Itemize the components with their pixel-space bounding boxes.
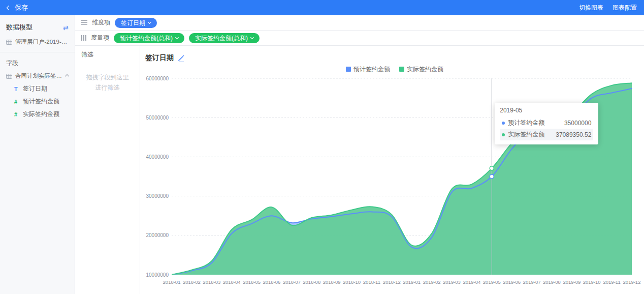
x-tick-label: 2019-12	[623, 279, 641, 285]
y-tick-label: 60000000	[146, 76, 169, 81]
tooltip-title: 2019-05	[500, 107, 593, 114]
filter-placeholder-line1: 拖拽字段到这里	[81, 72, 134, 82]
tooltip-row-actual: 实际签约金额 37089350.52	[500, 129, 593, 140]
chart-title: 签订日期	[145, 53, 174, 63]
field-label: 预计签约金额	[23, 97, 59, 106]
x-tick-label: 2018-11	[363, 279, 380, 285]
legend-label: 实际签约金额	[407, 65, 443, 74]
legend-item-actual[interactable]: 实际签约金额	[399, 65, 443, 74]
lower-area: 筛选 拖拽字段到这里 进行筛选 签订日期	[75, 46, 644, 294]
legend-item-expected[interactable]: 预计签约金额	[346, 65, 390, 74]
tooltip-series-name: 预计签约金额	[508, 119, 544, 127]
dimension-label: 维度项	[92, 18, 110, 27]
x-tick-label: 2018-07	[283, 279, 301, 285]
tooltip-series-name: 实际签约金额	[508, 130, 544, 139]
chevron-down-icon	[250, 36, 254, 39]
legend-swatch-icon	[399, 67, 404, 72]
data-model-item[interactable]: 管理层门户-2019-12-10 …	[0, 36, 75, 48]
topbar-actions: 切换图表 图表配置	[579, 4, 637, 12]
y-tick-label: 50000000	[146, 115, 169, 121]
tooltip-dot-icon	[502, 133, 505, 136]
back-save-button[interactable]: 保存	[7, 3, 28, 12]
x-tick-label: 2019-09	[563, 279, 581, 285]
legend-swatch-icon	[346, 67, 351, 72]
x-tick-label: 2018-06	[263, 279, 281, 285]
sidebar-divider	[0, 52, 75, 52]
measure-label: 度量项	[91, 34, 109, 42]
field-item-date[interactable]: T 签订日期	[0, 82, 75, 95]
x-tick-label: 2018-01	[163, 279, 181, 285]
table-icon	[6, 73, 12, 79]
back-icon	[7, 5, 12, 10]
sidebar: 数据模型 ⇄ 管理层门户-2019-12-10 … 字段 合同计划实际签约金额 …	[0, 15, 75, 294]
sync-icon[interactable]: ⇄	[63, 24, 69, 31]
y-tick-label: 30000000	[146, 193, 169, 199]
pill-label: 预计签约金额(总和)	[120, 35, 173, 42]
chart-legend: 预计签约金额 实际签约金额	[145, 64, 644, 74]
tooltip-series-value: 37089350.52	[548, 131, 591, 138]
chevron-down-icon	[148, 20, 151, 24]
pill-label: 签订日期	[121, 19, 145, 26]
data-model-title: 数据模型	[6, 23, 33, 32]
measure-icon	[81, 35, 86, 41]
x-tick-label: 2019-11	[603, 279, 621, 285]
data-model-header: 数据模型 ⇄	[0, 19, 75, 36]
x-tick-label: 2019-06	[503, 279, 521, 285]
x-tick-label: 2018-10	[343, 279, 361, 285]
y-tick-label: 10000000	[146, 272, 169, 278]
field-type-number-icon: #	[14, 111, 19, 117]
y-tick-label: 40000000	[146, 154, 169, 160]
tooltip-dot-icon	[502, 122, 505, 125]
collapse-chevron-icon[interactable]	[65, 74, 69, 78]
field-type-text-icon: T	[14, 86, 19, 92]
filter-panel: 筛选 拖拽字段到这里 进行筛选	[75, 46, 140, 294]
main-area: 数据模型 ⇄ 管理层门户-2019-12-10 … 字段 合同计划实际签约金额 …	[0, 15, 644, 294]
measure-pill-actual[interactable]: 实际签约金额(总和)	[189, 33, 260, 43]
x-tick-label: 2018-03	[203, 279, 220, 285]
filter-title: 筛选	[81, 50, 134, 59]
x-tick-label: 2019-10	[583, 279, 601, 285]
x-tick-label: 2018-08	[303, 279, 320, 285]
field-type-number-icon: #	[14, 99, 19, 105]
measure-pill-expected[interactable]: 预计签约金额(总和)	[114, 33, 184, 43]
table-icon	[6, 39, 12, 45]
field-label: 签订日期	[23, 84, 47, 93]
x-tick-label: 2018-12	[383, 279, 401, 285]
chart-title-row: 签订日期	[145, 52, 644, 64]
x-tick-label: 2019-01	[403, 279, 421, 285]
field-label: 实际签约金额	[23, 110, 59, 119]
x-tick-label: 2019-07	[523, 279, 541, 285]
hover-marker-0	[490, 174, 494, 179]
x-tick-label: 2019-03	[443, 279, 461, 285]
switch-chart-button[interactable]: 切换图表	[579, 4, 603, 12]
x-tick-label: 2018-02	[183, 279, 201, 285]
x-tick-label: 2019-08	[543, 279, 561, 285]
dimension-pill-date[interactable]: 签订日期	[115, 18, 157, 28]
chart-config-button[interactable]: 图表配置	[613, 4, 637, 12]
dimension-icon	[81, 20, 87, 25]
field-group-label: 合同计划实际签约金额	[15, 72, 62, 80]
x-tick-label: 2018-09	[323, 279, 341, 285]
field-item-expected-amount[interactable]: # 预计签约金额	[0, 95, 75, 108]
x-tick-label: 2018-05	[243, 279, 261, 285]
x-tick-label: 2018-04	[223, 279, 241, 285]
topbar: 保存 切换图表 图表配置	[0, 0, 644, 15]
save-label: 保存	[15, 3, 28, 12]
field-group[interactable]: 合同计划实际签约金额	[0, 70, 75, 82]
chart-tooltip: 2019-05 预计签约金额 35000000 实际签约金额 37089350.…	[495, 103, 598, 144]
hover-marker-1	[490, 166, 494, 170]
tooltip-series-value: 35000000	[556, 120, 591, 127]
content-area: 维度项 签订日期 度量项 预计签约金额(总和) 实际签约金额(总和)	[75, 15, 644, 294]
x-tick-label: 2019-05	[483, 279, 501, 285]
edit-pencil-icon[interactable]	[178, 54, 185, 62]
pill-label: 实际签约金额(总和)	[195, 35, 248, 42]
field-item-actual-amount[interactable]: # 实际签约金额	[0, 108, 75, 121]
filter-placeholder-line2: 进行筛选	[81, 82, 134, 93]
tooltip-row-expected: 预计签约金额 35000000	[500, 117, 593, 129]
filter-dropzone[interactable]: 拖拽字段到这里 进行筛选	[81, 72, 134, 93]
y-tick-label: 20000000	[146, 232, 169, 238]
app-window: 保存 切换图表 图表配置 数据模型 ⇄ 管理层门户-2019-12-10 … 字…	[0, 0, 644, 294]
data-model-item-label: 管理层门户-2019-12-10 …	[15, 38, 69, 46]
chevron-down-icon	[175, 36, 179, 39]
x-tick-label: 2019-02	[423, 279, 441, 285]
